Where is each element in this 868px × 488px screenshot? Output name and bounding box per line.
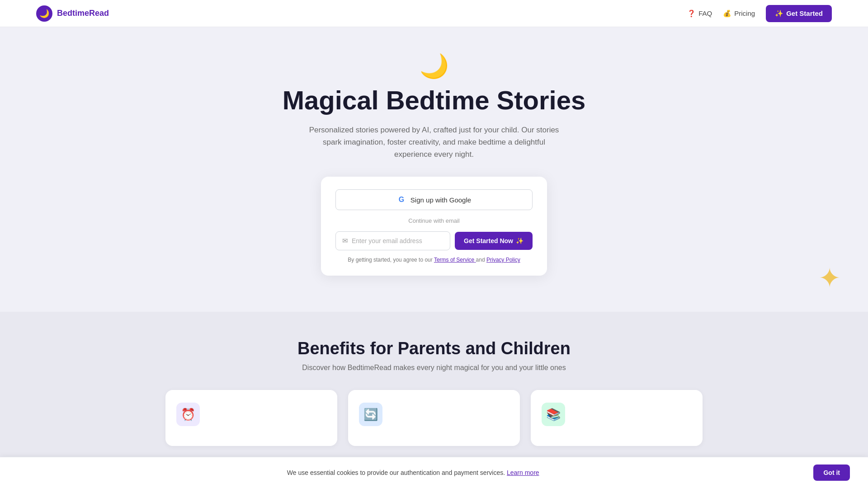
terms-link-label: Terms of Service	[434, 257, 474, 263]
logo-link[interactable]: 🌙 BedtimeRead	[36, 5, 109, 22]
get-started-label: Get Started	[786, 9, 823, 17]
nav-faq[interactable]: ❓ FAQ	[687, 9, 712, 18]
benefits-title: Benefits for Parents and Children	[36, 339, 832, 358]
email-icon: ✉	[342, 237, 348, 245]
moon-icon: 🌙	[420, 54, 449, 78]
cta-sparkle-icon: ✨	[516, 237, 524, 244]
google-g-icon: G	[397, 195, 406, 204]
hero-title: Magical Bedtime Stories	[283, 86, 585, 115]
benefits-section: Benefits for Parents and Children Discov…	[0, 312, 868, 464]
hero-subtitle: Personalized stories powered by AI, craf…	[307, 124, 561, 161]
terms-text: By getting started, you agree to our Ter…	[335, 257, 533, 263]
logo-icon: 🌙	[36, 5, 52, 22]
nav-links: ❓ FAQ 💰 Pricing ✨ Get Started	[687, 5, 832, 22]
navbar: 🌙 BedtimeRead ❓ FAQ 💰 Pricing ✨ Get Star…	[0, 0, 868, 27]
faq-icon: ❓	[687, 9, 696, 18]
privacy-policy-link[interactable]: Privacy Policy	[486, 257, 520, 263]
hero-section: 🌙 Magical Bedtime Stories Personalized s…	[0, 27, 868, 312]
benefits-subtitle: Discover how BedtimeRead makes every nig…	[36, 364, 832, 372]
divider-text: Continue with email	[408, 217, 459, 224]
google-button-label: Sign up with Google	[410, 196, 471, 204]
nav-get-started-button[interactable]: ✨ Get Started	[766, 5, 832, 22]
benefit-card-3: 📚	[531, 390, 703, 446]
email-input-wrapper: ✉	[335, 231, 450, 250]
divider: Continue with email	[335, 217, 533, 224]
benefit-card-1: ⏰	[165, 390, 337, 446]
cta-button[interactable]: Get Started Now ✨	[455, 232, 533, 250]
google-signup-button[interactable]: G Sign up with Google	[335, 189, 533, 210]
cards-row: ⏰ 🔄 📚	[36, 390, 832, 446]
pricing-icon: 💰	[723, 9, 731, 18]
card-icon-2: 🔄	[359, 403, 382, 426]
and-text: and	[476, 257, 486, 263]
pricing-label: Pricing	[734, 9, 755, 17]
privacy-link-label: Privacy Policy	[486, 257, 520, 263]
card-icon-1: ⏰	[176, 403, 200, 426]
card-icon-3: 📚	[542, 403, 565, 426]
cookie-banner: We use essential cookies to provide our …	[0, 457, 868, 464]
terms-of-service-link[interactable]: Terms of Service	[434, 257, 476, 263]
sparkle-icon: ✨	[775, 9, 783, 18]
faq-label: FAQ	[698, 9, 712, 17]
terms-prefix: By getting started, you agree to our	[348, 257, 432, 263]
cta-label: Get Started Now	[464, 237, 513, 244]
logo-text: BedtimeRead	[57, 9, 109, 18]
email-input[interactable]	[352, 232, 443, 250]
benefit-card-2: 🔄	[348, 390, 520, 446]
email-row: ✉ Get Started Now ✨	[335, 231, 533, 250]
nav-pricing[interactable]: 💰 Pricing	[723, 9, 755, 18]
signup-card: G Sign up with Google Continue with emai…	[321, 177, 547, 276]
